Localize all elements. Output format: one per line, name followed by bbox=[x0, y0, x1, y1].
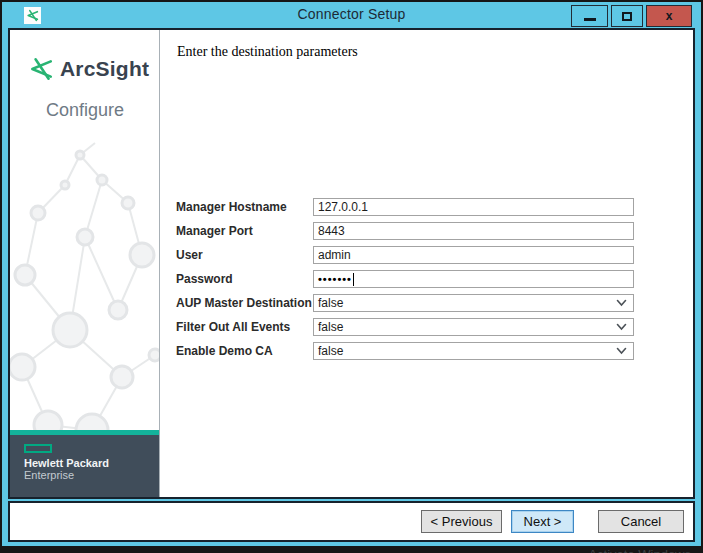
text-cursor bbox=[353, 273, 354, 286]
network-pattern-decoration bbox=[10, 125, 160, 435]
main-panel: Enter the destination parameters Manager… bbox=[160, 30, 693, 497]
field-label-filter-out-all-events: Filter Out All Events bbox=[176, 320, 313, 334]
sidebar-step-label: Configure bbox=[46, 100, 124, 121]
page-title: Enter the destination parameters bbox=[177, 44, 358, 60]
arcsight-brand: ArcSight bbox=[28, 56, 149, 82]
filter-out-all-events-select[interactable]: false bbox=[313, 318, 634, 336]
form-row: Manager Port bbox=[160, 222, 693, 240]
window-controls: x bbox=[568, 5, 692, 27]
form-row: Enable Demo CA false bbox=[160, 342, 693, 360]
manager-hostname-input[interactable] bbox=[313, 198, 634, 216]
chevron-down-icon bbox=[616, 299, 627, 307]
field-label-password: Password bbox=[176, 272, 313, 286]
user-input[interactable] bbox=[313, 246, 634, 264]
cancel-button[interactable]: Cancel bbox=[598, 510, 684, 533]
next-button[interactable]: Next > bbox=[511, 510, 574, 533]
hpe-logo-mark bbox=[24, 444, 52, 453]
maximize-button[interactable] bbox=[611, 5, 643, 27]
connector-setup-window: Connector Setup x bbox=[2, 2, 701, 546]
desktop-background: Activate Windows bbox=[0, 546, 703, 553]
password-masked-value: ••••••• bbox=[318, 273, 352, 285]
field-label-manager-hostname: Manager Hostname bbox=[176, 200, 313, 214]
minimize-icon bbox=[584, 18, 596, 21]
arcsight-logo-icon bbox=[28, 56, 54, 82]
field-label-user: User bbox=[176, 248, 313, 262]
wizard-button-bar: < Previous Next > Cancel bbox=[8, 501, 695, 542]
wizard-content: ArcSight Configure Hewlett Packard Enter… bbox=[8, 28, 695, 499]
hpe-logo-line2: Enterprise bbox=[24, 469, 159, 481]
destination-parameters-form: Manager Hostname Manager Port User Passw… bbox=[160, 198, 693, 366]
form-row: User bbox=[160, 246, 693, 264]
hpe-logo-line1: Hewlett Packard bbox=[24, 457, 159, 469]
form-row: Filter Out All Events false bbox=[160, 318, 693, 336]
field-label-enable-demo-ca: Enable Demo CA bbox=[176, 344, 313, 358]
enable-demo-ca-select[interactable]: false bbox=[313, 342, 634, 360]
previous-button[interactable]: < Previous bbox=[421, 510, 502, 533]
manager-port-input[interactable] bbox=[313, 222, 634, 240]
activate-windows-watermark: Activate Windows bbox=[588, 547, 691, 553]
sidebar: ArcSight Configure Hewlett Packard Enter… bbox=[10, 30, 160, 497]
title-bar[interactable]: Connector Setup x bbox=[2, 2, 701, 28]
form-row: Manager Hostname bbox=[160, 198, 693, 216]
minimize-button[interactable] bbox=[571, 5, 608, 27]
maximize-icon bbox=[622, 12, 632, 21]
selected-value: false bbox=[318, 344, 343, 358]
selected-value: false bbox=[318, 296, 343, 310]
aup-master-destination-select[interactable]: false bbox=[313, 294, 634, 312]
close-button[interactable]: x bbox=[646, 5, 692, 27]
field-label-manager-port: Manager Port bbox=[176, 224, 313, 238]
form-row: AUP Master Destination false bbox=[160, 294, 693, 312]
brand-name: ArcSight bbox=[60, 57, 149, 81]
chevron-down-icon bbox=[616, 347, 627, 355]
form-row: Password ••••••• bbox=[160, 270, 693, 288]
hpe-logo-block: Hewlett Packard Enterprise bbox=[10, 435, 159, 497]
field-label-aup-master-destination: AUP Master Destination bbox=[176, 296, 313, 310]
selected-value: false bbox=[318, 320, 343, 334]
chevron-down-icon bbox=[616, 323, 627, 331]
password-input[interactable]: ••••••• bbox=[313, 270, 634, 288]
